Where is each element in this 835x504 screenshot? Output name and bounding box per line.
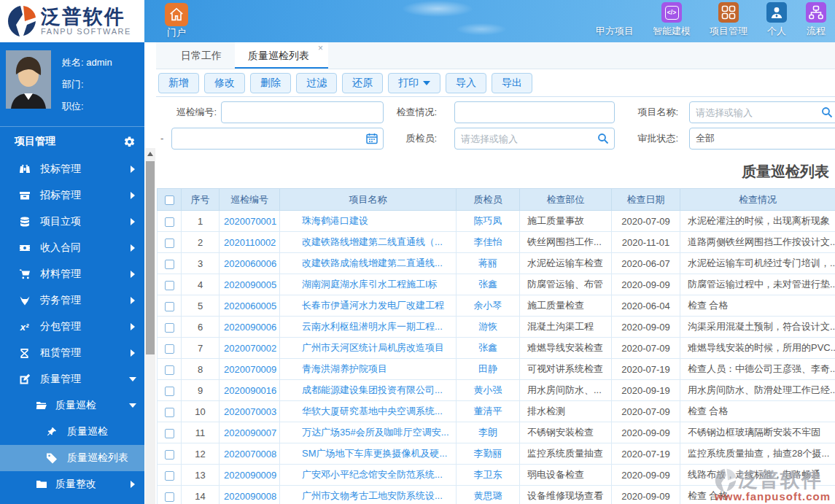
- sidebar-item-income-contract[interactable]: 收入合同: [0, 235, 144, 261]
- search-icon[interactable]: [821, 106, 833, 118]
- sidebar-item-quality-rectification[interactable]: 质量整改: [0, 471, 144, 497]
- row-checkbox[interactable]: [165, 260, 174, 269]
- approval-status-select[interactable]: [689, 128, 835, 150]
- cell-inspector[interactable]: 余小琴: [457, 295, 520, 317]
- cell-project-link[interactable]: 珠海鹤港口建设: [280, 211, 457, 232]
- cell-project-link[interactable]: 长春市伊通河水力发电厂改建工程: [280, 295, 457, 317]
- tab-quality-inspection-list[interactable]: 质量巡检列表 ×: [235, 42, 328, 69]
- cell-project-link[interactable]: 湖南洞庭湖水库引水工程施工I标: [280, 274, 457, 295]
- inspector-input[interactable]: [454, 128, 615, 150]
- cell-project-link[interactable]: 云南水利枢纽潜明水库一期工程...: [280, 317, 457, 338]
- situation-input[interactable]: [454, 101, 615, 123]
- sidebar-item-quality-inspection[interactable]: 质量巡检: [0, 419, 144, 445]
- row-checkbox[interactable]: [165, 387, 174, 396]
- cell-inspector[interactable]: 李勤丽: [457, 443, 520, 465]
- scrollbar-thumb[interactable]: [146, 161, 155, 354]
- nav-item-personal[interactable]: 个人: [766, 2, 787, 38]
- cell-code-link[interactable]: 2020060005: [220, 295, 280, 317]
- edit-button[interactable]: 修改: [204, 73, 245, 93]
- cell-project-link[interactable]: 广州市天河区统计局机房改造项目: [280, 338, 457, 359]
- nav-item-portal[interactable]: 门户: [160, 3, 193, 39]
- cell-code-link[interactable]: 2020090007: [220, 422, 280, 443]
- sidebar-item-leasing[interactable]: 租赁管理: [0, 340, 144, 366]
- sidebar-item-quality-inspection-list[interactable]: 质量巡检列表: [0, 445, 144, 471]
- search-icon[interactable]: [597, 133, 609, 144]
- row-checkbox[interactable]: [165, 450, 174, 460]
- sidebar-item-subcontract[interactable]: x² 分包管理: [0, 314, 144, 340]
- cell-inspector[interactable]: 李朗: [457, 422, 520, 443]
- nav-item-smart-modeling[interactable]: </> 智能建模: [653, 2, 691, 38]
- sidebar-item-quality-reports[interactable]: 质量报表: [0, 497, 144, 504]
- gear-icon[interactable]: [123, 136, 136, 148]
- date-input[interactable]: [171, 128, 384, 150]
- cell-project-link[interactable]: 万达广场35#会所及咖啡厅空调安...: [280, 422, 457, 443]
- cell-inspector[interactable]: 田静: [457, 359, 520, 380]
- cell-code-link[interactable]: 2020070003: [220, 401, 280, 422]
- sidebar-item-bidding[interactable]: 投标管理: [0, 156, 144, 182]
- nav-item-project-management[interactable]: 项目管理: [710, 2, 747, 38]
- row-checkbox[interactable]: [165, 365, 174, 375]
- scrollbar-up-button[interactable]: [145, 148, 155, 160]
- cell-inspector[interactable]: 游恢: [457, 317, 520, 338]
- cell-code-link[interactable]: 2020070001: [220, 211, 280, 232]
- project-name-input[interactable]: [689, 101, 835, 123]
- row-checkbox[interactable]: [165, 492, 174, 502]
- restore-button[interactable]: 还原: [342, 73, 383, 93]
- row-checkbox[interactable]: [165, 323, 174, 333]
- export-button[interactable]: 导出: [492, 73, 532, 93]
- cell-code-link[interactable]: 2020110002: [220, 232, 280, 253]
- row-checkbox[interactable]: [165, 217, 174, 227]
- inspection-code-input[interactable]: [221, 101, 384, 123]
- sidebar-item-quality-inspection-group[interactable]: 质量巡检: [0, 392, 144, 419]
- sidebar-item-labor[interactable]: 劳务管理: [0, 287, 144, 314]
- row-checkbox[interactable]: [165, 344, 174, 354]
- cell-inspector[interactable]: 董清平: [457, 401, 520, 422]
- close-icon[interactable]: ×: [318, 44, 323, 53]
- nav-item-workflow[interactable]: 流程: [806, 2, 826, 38]
- nav-item-client-projects[interactable]: 甲方项目: [596, 25, 634, 38]
- sidebar-item-project-initiation[interactable]: 项目立项: [0, 209, 144, 235]
- cell-project-link[interactable]: 广安邓小平纪念馆安全防范系统...: [280, 465, 457, 486]
- cell-code-link[interactable]: 2020060006: [220, 253, 280, 274]
- cell-inspector[interactable]: 张鑫: [457, 274, 520, 295]
- cell-code-link[interactable]: 2020070009: [220, 359, 280, 380]
- cell-code-link[interactable]: 2020090006: [220, 317, 280, 338]
- cell-code-link[interactable]: 2020090009: [220, 465, 280, 486]
- cell-inspector[interactable]: 黄思璐: [457, 486, 520, 504]
- row-checkbox[interactable]: [165, 302, 174, 311]
- cell-inspector[interactable]: 张鑫: [457, 338, 520, 359]
- sidebar-item-tendering[interactable]: 招标管理: [0, 182, 144, 209]
- cell-code-link[interactable]: 2020090005: [220, 274, 280, 295]
- row-checkbox[interactable]: [165, 471, 174, 481]
- row-checkbox[interactable]: [165, 429, 174, 438]
- cell-project-link[interactable]: 改建铁路成渝线增建第二直通线...: [280, 253, 457, 274]
- filter-button[interactable]: 过滤: [296, 73, 337, 93]
- cell-code-link[interactable]: 2020070008: [220, 443, 280, 465]
- row-checkbox[interactable]: [165, 239, 174, 248]
- sidebar-item-materials[interactable]: 材料管理: [0, 261, 144, 287]
- scrollbar-track[interactable]: [145, 148, 155, 504]
- cell-project-link[interactable]: 成都能源建设集团投资有限公司...: [280, 380, 457, 401]
- add-button[interactable]: 新增: [158, 73, 199, 93]
- cell-inspector[interactable]: 李卫东: [457, 465, 520, 486]
- tab-daily-work[interactable]: 日常工作: [168, 42, 235, 69]
- sidebar-item-quality[interactable]: 质量管理: [0, 366, 144, 392]
- delete-button[interactable]: 删除: [250, 73, 291, 93]
- print-button[interactable]: 打印: [388, 73, 440, 93]
- row-checkbox[interactable]: [165, 408, 174, 417]
- cell-inspector[interactable]: 蒋丽: [457, 253, 520, 274]
- row-checkbox[interactable]: [165, 281, 174, 290]
- cell-code-link[interactable]: 2020070002: [220, 338, 280, 359]
- import-button[interactable]: 导入: [446, 73, 486, 93]
- cell-inspector[interactable]: 黄小强: [457, 380, 520, 401]
- cell-code-link[interactable]: 2020090016: [220, 380, 280, 401]
- select-all-checkbox[interactable]: [165, 195, 174, 205]
- cell-project-link[interactable]: SM广场地下车库更换摄像机及硬...: [280, 443, 457, 465]
- cell-project-link[interactable]: 改建铁路线增建第二线直通线（...: [280, 232, 457, 253]
- cell-inspector[interactable]: 李佳怡: [457, 232, 520, 253]
- cell-project-link[interactable]: 广州市文物考古工地安防系统设...: [280, 486, 457, 504]
- cell-project-link[interactable]: 华软大厦研究基地中央空调系统...: [280, 401, 457, 422]
- cell-inspector[interactable]: 陈巧凤: [457, 211, 520, 232]
- cell-project-link[interactable]: 青海洪湖养护院项目: [280, 359, 457, 380]
- cell-code-link[interactable]: 2020090008: [220, 486, 280, 504]
